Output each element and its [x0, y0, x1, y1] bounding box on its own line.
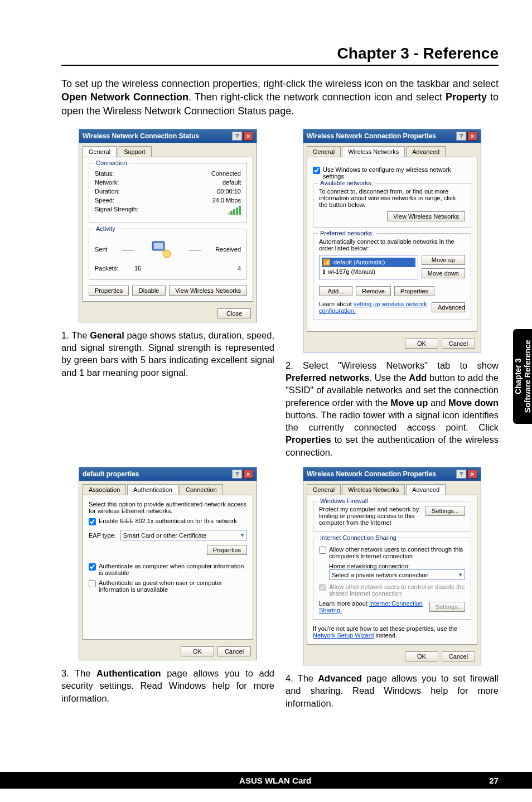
properties-button[interactable]: Properties — [394, 286, 434, 296]
footer-title: ASUS WLAN Card — [239, 776, 311, 785]
step-4-text: 4. The Advanced page allows you to set f… — [286, 672, 499, 709]
fw-settings-button[interactable]: Settings... — [425, 506, 465, 516]
ics-allow-checkbox[interactable] — [319, 547, 326, 554]
side-tab: Chapter 3Software Reference — [513, 329, 532, 424]
advanced-button[interactable]: Advanced — [432, 302, 465, 312]
home-connection-select[interactable]: Select a private network connection▾ — [329, 569, 465, 580]
cancel-button[interactable]: Cancel — [442, 651, 475, 661]
properties-button[interactable]: Properties — [89, 286, 129, 296]
chapter-title: Chapter 3 - Reference — [61, 45, 499, 62]
enable-8021x-checkbox[interactable] — [89, 518, 96, 525]
ics-control-checkbox — [319, 584, 326, 591]
ok-button[interactable]: OK — [405, 339, 438, 349]
tab-association[interactable]: Association — [83, 484, 126, 495]
close-icon[interactable]: × — [467, 470, 477, 479]
preferred-networks-list[interactable]: 📶default (Automatic) ℹwl-167g (Manual) — [319, 255, 418, 279]
advanced-dialog: Wireless Network Connection Properties ?… — [303, 467, 481, 665]
tab-wireless-networks[interactable]: Wireless Networks — [342, 484, 405, 495]
use-windows-checkbox[interactable] — [313, 167, 320, 174]
connection-group: Connection — [94, 160, 129, 166]
tab-support[interactable]: Support — [118, 146, 152, 157]
footer: ASUS WLAN Card 27 — [0, 772, 532, 789]
auth-dialog-title: default properties — [83, 470, 139, 478]
tab-general[interactable]: General — [307, 146, 341, 157]
auth-dialog: default properties ? × Association Authe… — [79, 467, 257, 660]
close-icon[interactable]: × — [243, 132, 253, 141]
ok-button[interactable]: OK — [405, 651, 438, 661]
wizard-link[interactable]: Network Setup Wizard — [313, 632, 374, 639]
close-icon[interactable]: × — [467, 132, 477, 141]
eap-type-select[interactable]: Smart Card or other Certificate▾ — [120, 530, 247, 540]
auth-computer-checkbox[interactable] — [89, 563, 96, 571]
view-networks-button[interactable]: View Wireless Networks — [169, 286, 247, 296]
step-1-text: 1. The General page shows status, durati… — [61, 329, 274, 379]
chevron-down-icon: ▾ — [241, 532, 244, 539]
list-item[interactable]: 📶default (Automatic) — [322, 258, 415, 267]
view-wireless-button[interactable]: View Wireless Networks — [387, 211, 465, 221]
close-button[interactable]: Close — [217, 308, 251, 318]
step-3-text: 3. The Authentication page allows you to… — [61, 667, 274, 704]
ok-button[interactable]: OK — [181, 646, 214, 656]
status-dialog: Wireless Network Connection Status ? × G… — [79, 129, 257, 322]
help-icon[interactable]: ? — [232, 470, 242, 479]
cancel-button[interactable]: Cancel — [217, 646, 251, 656]
chevron-down-icon: ▾ — [459, 571, 462, 578]
eap-properties-button[interactable]: Properties — [207, 545, 247, 555]
tab-wireless-networks[interactable]: Wireless Networks — [342, 146, 405, 157]
tab-authentication[interactable]: Authentication — [127, 484, 178, 495]
properties-dialog: Wireless Network Connection Properties ?… — [303, 129, 481, 352]
signal-icon — [228, 206, 241, 215]
help-icon[interactable]: ? — [456, 132, 466, 141]
svg-rect-1 — [154, 243, 163, 249]
page-number: 27 — [489, 776, 499, 785]
help-icon[interactable]: ? — [232, 132, 242, 141]
step-2-text: 2. Select "Wireless Networks" tab to sho… — [286, 359, 499, 458]
tab-general[interactable]: General — [83, 146, 117, 157]
move-down-button[interactable]: Move down — [422, 268, 465, 278]
intro-text: To set up the wireless connection proper… — [61, 77, 499, 118]
list-item[interactable]: ℹwl-167g (Manual) — [322, 267, 415, 277]
info-icon: ℹ — [323, 268, 325, 276]
cancel-button[interactable]: Cancel — [442, 339, 475, 349]
ics-settings-button: Settings... — [429, 602, 465, 612]
tab-general[interactable]: General — [307, 484, 341, 495]
move-up-button[interactable]: Move up — [422, 255, 465, 265]
tab-advanced[interactable]: Advanced — [406, 146, 446, 157]
help-icon[interactable]: ? — [456, 470, 466, 479]
svg-point-2 — [163, 250, 171, 258]
divider — [61, 65, 499, 66]
close-icon[interactable]: × — [243, 470, 253, 479]
radio-tower-icon: 📶 — [323, 259, 331, 266]
activity-group: Activity — [94, 225, 118, 232]
tab-connection[interactable]: Connection — [180, 484, 223, 495]
adv-dialog-title: Wireless Network Connection Properties — [307, 470, 436, 478]
add-button[interactable]: Add... — [319, 286, 352, 296]
status-dialog-title: Wireless Network Connection Status — [83, 132, 199, 140]
remove-button[interactable]: Remove — [356, 286, 391, 296]
props-dialog-title: Wireless Network Connection Properties — [307, 132, 436, 140]
disable-button[interactable]: Disable — [132, 286, 166, 296]
activity-icon — [148, 238, 175, 260]
auth-guest-checkbox[interactable] — [89, 580, 96, 587]
tab-advanced[interactable]: Advanced — [406, 484, 446, 495]
